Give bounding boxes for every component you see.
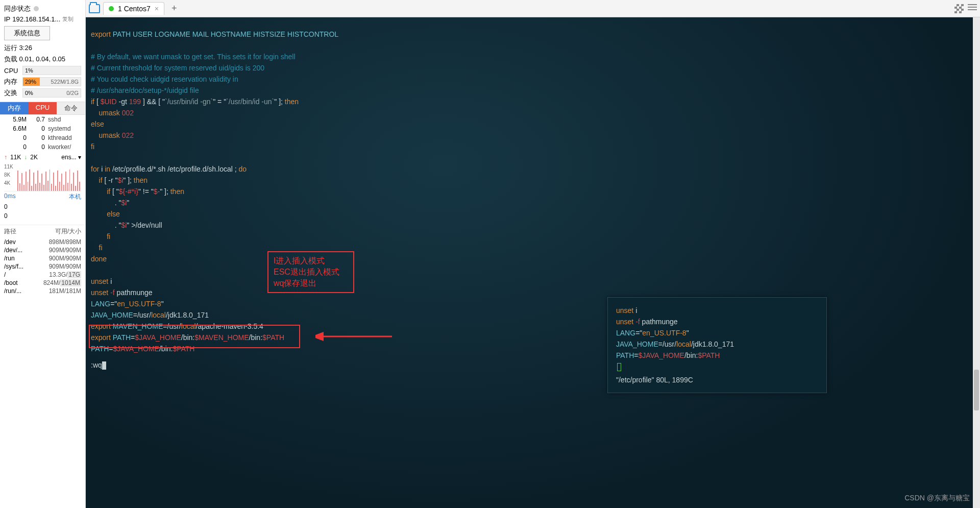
disk-row[interactable]: /run/...181M/181M <box>0 287 85 295</box>
annotation-box: I进入插入模式 ESC退出插入模式 wq保存退出 <box>267 251 354 293</box>
new-tab-button[interactable]: + <box>167 3 181 14</box>
connection-dot-icon <box>109 6 114 11</box>
system-monitor-sidebar: 同步状态 IP 192.168.154.1... 复制 系统信息 运行 3:26… <box>0 0 86 508</box>
close-icon[interactable]: × <box>155 5 159 13</box>
system-info-button[interactable]: 系统信息 <box>4 26 50 40</box>
highlight-rect <box>89 325 300 348</box>
cpu-label: CPU <box>4 67 19 75</box>
swap-detail: 0/2G <box>66 90 79 96</box>
arrow-down-icon: ↓ <box>24 154 27 161</box>
process-row[interactable]: 5.9M0.7sshd <box>0 115 85 124</box>
cpu-row: CPU 1% <box>0 65 85 76</box>
folder-icon[interactable] <box>89 4 100 13</box>
swap-label: 交换 <box>4 88 19 98</box>
arrow-up-icon: ↑ <box>4 154 7 161</box>
inset-status: "/etc/profile" 80L, 1899C <box>616 374 818 385</box>
tab-command[interactable]: 命令 <box>57 102 85 114</box>
terminal-tab[interactable]: 1 Centos7 × <box>103 2 164 15</box>
net-down: 2K <box>30 154 38 161</box>
disk-row[interactable]: /boot824M/1014M <box>0 279 85 287</box>
mem-detail: 522M/1.8G <box>51 79 79 85</box>
uptime-text: 运行 3:26 <box>0 42 85 54</box>
disk-header: 路径可用/大小 <box>0 225 85 238</box>
process-row[interactable]: 6.6M0systemd <box>0 124 85 133</box>
scrollbar-thumb[interactable] <box>974 370 979 410</box>
grid-view-icon[interactable] <box>954 4 964 13</box>
process-tabs: 内存 CPU 命令 <box>0 102 85 115</box>
chevron-down-icon[interactable]: ▾ <box>78 154 81 161</box>
network-row: ↑11K ↓2K ens... ▾ <box>0 152 85 163</box>
latency-host[interactable]: 本机 <box>69 192 81 201</box>
process-row[interactable]: 00kthreadd <box>0 133 85 142</box>
net-iface[interactable]: ens... <box>61 154 76 161</box>
sync-status-label: 同步状态 <box>4 4 31 13</box>
inset-cursor-icon <box>617 363 621 371</box>
latency-v2: 0 <box>4 212 8 220</box>
latency-ms: 0ms <box>4 192 16 201</box>
watermark-text: CSDN @东离与糖宝 <box>904 494 970 503</box>
menu-icon[interactable] <box>968 4 977 13</box>
tab-memory[interactable]: 内存 <box>0 102 29 114</box>
main-area: 1 Centos7 × + export PATH USER LOGNAME M… <box>86 0 980 508</box>
swap-row: 交换 0%0/2G <box>0 87 85 99</box>
disk-row[interactable]: /13.3G/17G <box>0 271 85 279</box>
swap-value: 0% <box>23 90 33 96</box>
vim-command: :wq <box>91 361 102 369</box>
cpu-value: 1% <box>23 67 33 74</box>
disk-list: /dev898M/898M/dev/...909M/909M/run900M/9… <box>0 238 85 295</box>
terminal-view[interactable]: export PATH USER LOGNAME MAIL HOSTNAME H… <box>86 17 980 508</box>
disk-row[interactable]: /dev/...909M/909M <box>0 246 85 254</box>
ip-value: 192.168.154.1... <box>12 15 60 23</box>
process-table: 5.9M0.7sshd6.6M0systemd00kthreadd00kwork… <box>0 115 85 152</box>
load-text: 负载 0.01, 0.04, 0.05 <box>0 54 85 65</box>
arrow-icon <box>315 329 397 344</box>
process-row[interactable]: 00kworker/ <box>0 142 85 152</box>
latency-v1: 0 <box>4 203 8 210</box>
net-up: 11K <box>10 154 21 161</box>
scrollbar[interactable] <box>973 17 980 508</box>
disk-row[interactable]: /dev898M/898M <box>0 238 85 246</box>
tab-bar: 1 Centos7 × + <box>86 0 980 17</box>
copy-link[interactable]: 复制 <box>62 15 74 23</box>
status-dot-icon <box>34 6 39 11</box>
tab-cpu[interactable]: CPU <box>29 102 57 114</box>
network-chart: 11K8K4K <box>4 163 81 191</box>
mem-label: 内存 <box>4 77 19 86</box>
cursor-icon <box>102 361 106 370</box>
ip-label: IP <box>4 15 10 23</box>
mem-row: 内存 29%522M/1.8G <box>0 76 85 87</box>
mem-value: 29% <box>23 79 36 85</box>
disk-row[interactable]: /sys/f...909M/909M <box>0 262 85 271</box>
tab-label: 1 Centos7 <box>118 5 151 13</box>
disk-row[interactable]: /run900M/909M <box>0 254 85 262</box>
inset-preview: unset iunset -f pathmungeLANG="en_US.UTF… <box>607 297 827 393</box>
